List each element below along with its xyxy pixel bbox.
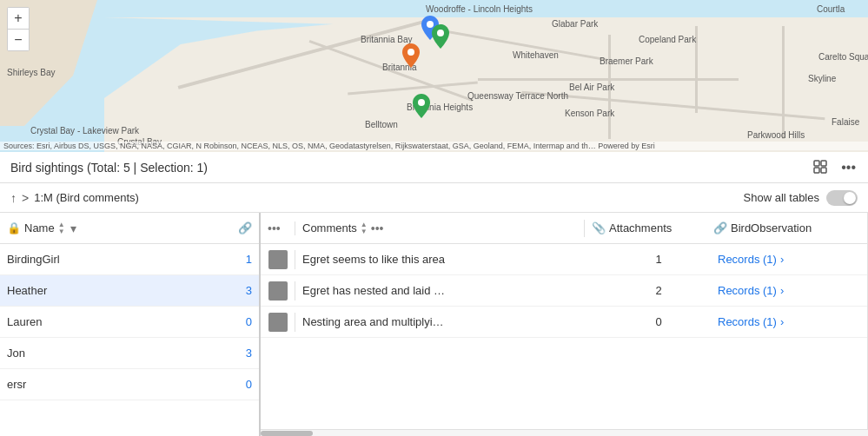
row-count: 3 [235,284,252,297]
more-options-button[interactable]: ••• [839,158,858,177]
show-all-label: Show all tables [744,191,819,204]
comment-text: Egret seems to like this area [295,253,606,266]
map-label: Braemer Park [600,56,653,66]
row-checkbox[interactable] [268,281,288,301]
bird-obs-cell: Records (1)› [711,315,867,328]
bird-obs-header: 🔗 BirdObservation [706,221,867,235]
left-table-header: 🔒 Name ▲ ▼ ▾ 🔗 [0,213,259,244]
row-checkbox[interactable] [268,313,288,332]
row-count: 0 [235,378,252,391]
row-count: 1 [235,253,252,266]
table-row[interactable]: Jon3 [0,338,259,369]
show-all-tables: Show all tables [744,190,858,206]
records-link[interactable]: Records (1) [718,315,777,328]
comments-label: Comments [302,221,357,235]
map-zoom-controls: + − [7,7,30,51]
records-link[interactable]: Records (1) [718,253,777,266]
row-checkbox-cell [261,250,295,269]
map-label: Courtla [817,4,845,14]
map-pin [402,43,420,70]
right-table-row: Nesting area and multiplyi…0Records (1)› [261,307,867,338]
table-row[interactable]: Heather3 [0,275,259,307]
grid-icon [813,160,829,175]
title-actions: ••• [812,158,858,177]
map-label: Whitehaven [513,50,559,60]
map-label: Carelto Square [818,52,868,62]
map-label: Kenson Park [565,109,614,118]
row-checkbox[interactable] [268,250,288,269]
map-label: Bel Air Park [569,83,614,92]
right-table-row: Egret has nested and laid …2Records (1)› [261,275,867,307]
records-chevron-icon: › [780,315,784,328]
title-bar: Bird sightings (Total: 5 | Selection: 1)… [0,152,868,183]
attachment-count: 0 [606,315,711,328]
table-area: 🔒 Name ▲ ▼ ▾ 🔗 BirdingGirl1Heather3Laure… [0,213,868,436]
comment-text: Egret has nested and laid … [295,284,606,297]
page-title: Bird sightings (Total: 5 | Selection: 1) [10,161,812,175]
map-label: Crystal Bay - Lakeview Park [30,126,139,135]
comments-header: Comments ▲ ▼ ••• [295,221,584,235]
name-column-label: Name [24,221,55,235]
attachment-count: 1 [606,253,711,266]
map-label: Shirleys Bay [7,68,56,77]
comments-sort-desc: ▼ [361,228,368,235]
map-label: Belltown [365,120,398,129]
map-label: Falaise [832,117,859,127]
records-link[interactable]: Records (1) [718,284,777,297]
zoom-in-button[interactable]: + [8,8,29,29]
map-label: Queensway Terrace North [467,91,568,101]
row-checkbox-cell [261,313,295,332]
table-row[interactable]: ersr0 [0,369,259,400]
records-chevron-icon: › [780,253,784,266]
paperclip-icon: 📎 [592,221,606,235]
map-container: Woodroffe - Lincoln HeightsGlabar ParkCo… [0,0,868,152]
sort-desc-icon: ▼ [58,228,65,235]
svg-rect-7 [821,168,826,173]
left-table-rows: BirdingGirl1Heather3Lauren0Jon3ersr0 [0,244,259,400]
scroll-thumb [261,431,313,436]
map-pin [413,94,430,121]
comment-text: Nesting area and multiplyi… [295,315,606,328]
svg-point-3 [418,99,425,106]
map-road [782,26,785,139]
bird-obs-label: BirdObservation [731,221,812,235]
pin-svg [413,94,430,118]
row-name: Jon [7,347,235,360]
horizontal-scrollbar[interactable] [261,429,868,436]
bird-obs-link-icon: 🔗 [713,221,727,235]
attachments-label: Attachments [609,221,672,235]
zoom-out-button[interactable]: − [8,30,29,50]
row-name: Lauren [7,315,235,328]
table-row[interactable]: Lauren0 [0,307,259,338]
row-count: 0 [235,315,252,328]
row-actions-icon[interactable]: ••• [268,221,281,235]
back-button[interactable]: ↑ [10,191,17,205]
more-icon: ••• [841,160,856,175]
table-row[interactable]: BirdingGirl1 [0,244,259,275]
bird-obs-cell: Records (1)› [711,284,867,297]
row-count: 3 [235,347,252,360]
right-table: ••• Comments ▲ ▼ ••• 📎 Attachments 🔗 Bir… [261,213,868,436]
dropdown-icon[interactable]: ▾ [70,221,76,235]
right-table-row: Egret seems to like this area1Records (1… [261,244,867,275]
svg-rect-6 [814,168,819,173]
grid-view-button[interactable] [812,158,831,177]
comments-menu-icon[interactable]: ••• [371,221,384,235]
relation-chevron: > [22,191,29,205]
sort-icons[interactable]: ▲ ▼ [58,221,65,235]
map-label: Skyline [808,74,836,83]
map-label: Glabar Park [552,19,598,29]
show-all-toggle[interactable] [826,190,858,206]
right-table-header: ••• Comments ▲ ▼ ••• 📎 Attachments 🔗 Bir… [261,213,867,244]
map-label: Copeland Park [639,35,696,44]
map-label: Woodroffe - Lincoln Heights [426,4,533,14]
row-name: BirdingGirl [7,253,235,266]
attachment-count: 2 [606,284,711,297]
link-column-icon: 🔗 [238,221,252,235]
comments-sort-icons[interactable]: ▲ ▼ [361,221,368,235]
left-table: 🔒 Name ▲ ▼ ▾ 🔗 BirdingGirl1Heather3Laure… [0,213,261,436]
lock-icon: 🔒 [7,221,21,235]
map-label: Parkwood Hills [747,130,805,140]
row-checkbox-cell [261,281,295,301]
svg-rect-4 [814,161,819,166]
